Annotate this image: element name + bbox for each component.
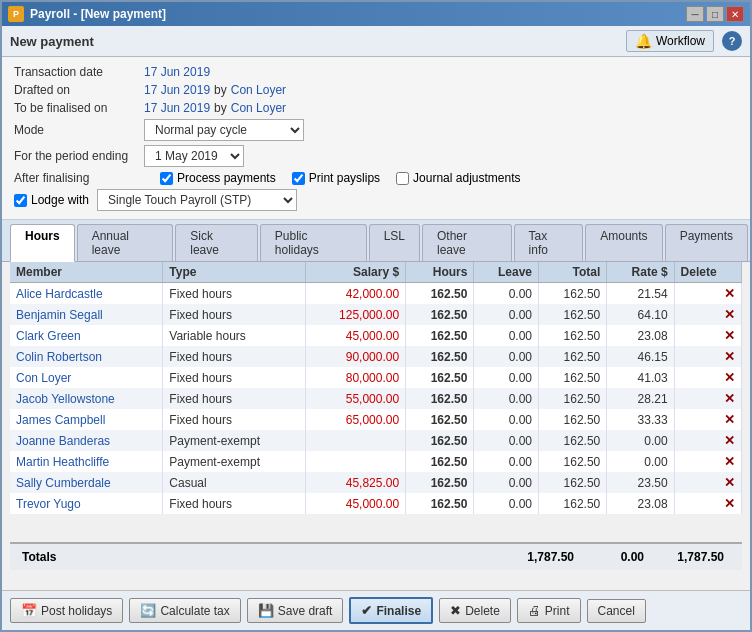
print-label: Print <box>545 604 570 618</box>
calculate-tax-button[interactable]: 🔄Calculate tax <box>129 598 240 623</box>
member-cell[interactable]: Con Loyer <box>10 367 163 388</box>
total-leave: 0.00 <box>580 550 650 564</box>
tab-annual-leave[interactable]: Annual leave <box>77 224 174 261</box>
after-finalising-label: After finalising <box>14 171 144 185</box>
table-row: Joanne BanderasPayment-exempt162.500.001… <box>10 430 742 451</box>
delete-icon[interactable]: ✕ <box>724 328 735 343</box>
hours-cell: 162.50 <box>406 388 474 409</box>
mode-label: Mode <box>14 123 144 137</box>
delete-icon[interactable]: ✕ <box>724 286 735 301</box>
member-cell[interactable]: Joanne Banderas <box>10 430 163 451</box>
header-type: Type <box>163 262 305 283</box>
lodge-with-label: Lodge with <box>31 193 89 207</box>
leave-cell: 0.00 <box>474 388 539 409</box>
journal-adjustments-checkbox[interactable] <box>396 172 409 185</box>
help-button[interactable]: ? <box>722 31 742 51</box>
table-row: Jacob YellowstoneFixed hours55,000.00162… <box>10 388 742 409</box>
delete-icon[interactable]: ✕ <box>724 370 735 385</box>
cancel-button[interactable]: Cancel <box>587 599 646 623</box>
period-select[interactable]: 1 May 2019 <box>144 145 244 167</box>
after-finalising-row: After finalising Process payments Print … <box>14 171 738 185</box>
rate-cell: 23.08 <box>607 493 674 514</box>
member-cell[interactable]: Benjamin Segall <box>10 304 163 325</box>
type-cell: Fixed hours <box>163 493 305 514</box>
print-payslips-checkbox[interactable] <box>292 172 305 185</box>
member-cell[interactable]: Trevor Yugo <box>10 493 163 514</box>
delete-cell[interactable]: ✕ <box>674 325 741 346</box>
delete-icon[interactable]: ✕ <box>724 496 735 511</box>
lodge-with-select[interactable]: Single Touch Payroll (STP) <box>97 189 297 211</box>
finalised-on-row: To be finalised on 17 Jun 2019 by Con Lo… <box>14 101 738 115</box>
window-controls: ─ □ ✕ <box>686 6 744 22</box>
delete-icon[interactable]: ✕ <box>724 349 735 364</box>
save-draft-button[interactable]: 💾Save draft <box>247 598 344 623</box>
app-icon: P <box>8 6 24 22</box>
member-cell[interactable]: Jacob Yellowstone <box>10 388 163 409</box>
member-cell[interactable]: James Campbell <box>10 409 163 430</box>
header-delete: Delete <box>674 262 741 283</box>
minimize-button[interactable]: ─ <box>686 6 704 22</box>
total-cell: 162.50 <box>538 409 606 430</box>
tab-hours[interactable]: Hours <box>10 224 75 262</box>
tab-public-holidays[interactable]: Public holidays <box>260 224 367 261</box>
member-cell[interactable]: Colin Robertson <box>10 346 163 367</box>
journal-adjustments-label: Journal adjustments <box>413 171 520 185</box>
delete-icon[interactable]: ✕ <box>724 391 735 406</box>
workflow-button[interactable]: 🔔 Workflow <box>626 30 714 52</box>
member-cell[interactable]: Sally Cumberdale <box>10 472 163 493</box>
tab-sick-leave[interactable]: Sick leave <box>175 224 258 261</box>
leave-cell: 0.00 <box>474 283 539 305</box>
tab-amounts[interactable]: Amounts <box>585 224 662 261</box>
table-row: Alice HardcastleFixed hours42,000.00162.… <box>10 283 742 305</box>
mode-select[interactable]: Normal pay cycle <box>144 119 304 141</box>
salary-cell: 45,000.00 <box>305 493 405 514</box>
delete-cell[interactable]: ✕ <box>674 451 741 472</box>
save-draft-icon: 💾 <box>258 603 274 618</box>
total-cell: 162.50 <box>538 304 606 325</box>
header-salary: Salary $ <box>305 262 405 283</box>
tab-tax-info[interactable]: Tax info <box>514 224 584 261</box>
delete-cell[interactable]: ✕ <box>674 304 741 325</box>
maximize-button[interactable]: □ <box>706 6 724 22</box>
tab-other-leave[interactable]: Other leave <box>422 224 512 261</box>
delete-cell[interactable]: ✕ <box>674 367 741 388</box>
delete-cell[interactable]: ✕ <box>674 493 741 514</box>
drafted-by-name: Con Loyer <box>231 83 286 97</box>
tab-lsl[interactable]: LSL <box>369 224 420 261</box>
finalise-button[interactable]: ✔Finalise <box>349 597 433 624</box>
delete-cell[interactable]: ✕ <box>674 283 741 305</box>
member-cell[interactable]: Alice Hardcastle <box>10 283 163 305</box>
workflow-label: Workflow <box>656 34 705 48</box>
type-cell: Variable hours <box>163 325 305 346</box>
finalised-by-text: by <box>214 101 227 115</box>
lodge-with-checkbox[interactable] <box>14 194 27 207</box>
header-total: Total <box>538 262 606 283</box>
delete-icon[interactable]: ✕ <box>724 454 735 469</box>
table-body: Alice HardcastleFixed hours42,000.00162.… <box>10 283 742 515</box>
tab-payments[interactable]: Payments <box>665 224 748 261</box>
type-cell: Fixed hours <box>163 409 305 430</box>
type-cell: Casual <box>163 472 305 493</box>
period-label: For the period ending <box>14 149 144 163</box>
drafted-on-value: 17 Jun 2019 <box>144 83 210 97</box>
delete-cell[interactable]: ✕ <box>674 346 741 367</box>
salary-cell: 55,000.00 <box>305 388 405 409</box>
process-payments-checkbox[interactable] <box>160 172 173 185</box>
print-button[interactable]: 🖨Print <box>517 598 581 623</box>
delete-button[interactable]: ✖Delete <box>439 598 511 623</box>
salary-cell: 65,000.00 <box>305 409 405 430</box>
member-cell[interactable]: Clark Green <box>10 325 163 346</box>
post-holidays-button[interactable]: 📅Post holidays <box>10 598 123 623</box>
delete-cell[interactable]: ✕ <box>674 430 741 451</box>
member-cell[interactable]: Martin Heathcliffe <box>10 451 163 472</box>
delete-icon[interactable]: ✕ <box>724 307 735 322</box>
close-button[interactable]: ✕ <box>726 6 744 22</box>
delete-cell[interactable]: ✕ <box>674 388 741 409</box>
salary-cell <box>305 430 405 451</box>
delete-icon[interactable]: ✕ <box>724 475 735 490</box>
delete-cell[interactable]: ✕ <box>674 409 741 430</box>
delete-icon[interactable]: ✕ <box>724 433 735 448</box>
delete-icon[interactable]: ✕ <box>724 412 735 427</box>
total-hours: 1,787.50 <box>500 550 580 564</box>
delete-cell[interactable]: ✕ <box>674 472 741 493</box>
